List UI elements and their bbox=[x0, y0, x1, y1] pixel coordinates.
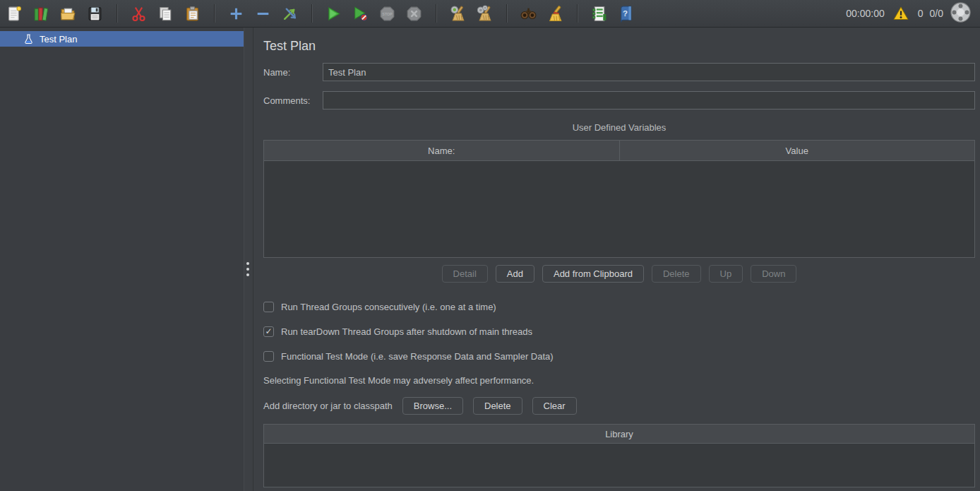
toolbar-separator bbox=[436, 4, 436, 23]
tree-item-test-plan[interactable]: Test Plan bbox=[0, 31, 244, 47]
browse-button[interactable]: Browse... bbox=[402, 397, 463, 415]
run-teardown-thread-groups-checkbox[interactable] bbox=[263, 326, 274, 337]
tree-item-label: Test Plan bbox=[40, 34, 77, 45]
save-icon[interactable] bbox=[85, 4, 105, 24]
start-icon[interactable] bbox=[323, 4, 344, 24]
udv-column-name[interactable]: Name: bbox=[264, 141, 619, 160]
run-thread-groups-consecutively-checkbox[interactable] bbox=[263, 302, 274, 312]
copy-icon[interactable] bbox=[155, 4, 176, 24]
search-icon[interactable] bbox=[518, 4, 539, 24]
functional-mode-note: Selecting Functional Test Mode may adver… bbox=[263, 375, 975, 386]
user-defined-variables-table: Name: Value bbox=[263, 140, 975, 258]
cut-icon[interactable] bbox=[129, 4, 149, 24]
new-file-icon[interactable] bbox=[4, 4, 25, 24]
name-input[interactable] bbox=[323, 63, 975, 81]
toolbar-separator bbox=[214, 4, 215, 23]
toggle-icon[interactable] bbox=[280, 4, 300, 24]
templates-icon[interactable] bbox=[31, 4, 52, 24]
expand-all-icon[interactable] bbox=[226, 4, 246, 24]
function-helper-icon[interactable] bbox=[589, 4, 609, 24]
warning-indicator-icon[interactable] bbox=[891, 4, 912, 24]
stop-icon[interactable]: STOP bbox=[377, 4, 398, 24]
user-defined-variables-title: User Defined Variables bbox=[263, 122, 975, 133]
checkbox-label: Run tearDown Thread Groups after shutdow… bbox=[281, 326, 532, 337]
shutdown-icon[interactable] bbox=[404, 4, 424, 24]
toolbar-separator bbox=[116, 4, 117, 23]
udv-column-value[interactable]: Value bbox=[619, 141, 975, 160]
udv-table-header: Name: Value bbox=[264, 141, 974, 161]
paste-icon[interactable] bbox=[182, 4, 203, 24]
clear-all-icon[interactable] bbox=[474, 4, 495, 24]
check-row: Run tearDown Thread Groups after shutdow… bbox=[263, 326, 975, 337]
jmeter-window: STOP? 00:00:00 0 0/0 Test Plan Test Plan… bbox=[0, 0, 980, 491]
open-file-icon[interactable] bbox=[58, 4, 78, 24]
help-icon[interactable]: ? bbox=[616, 4, 636, 24]
delete-button[interactable]: Delete bbox=[652, 265, 701, 283]
classpath-row: Add directory or jar to classpath Browse… bbox=[263, 397, 975, 415]
down-button[interactable]: Down bbox=[751, 265, 796, 283]
toolbar-icons: STOP? bbox=[4, 4, 636, 24]
add-from-clipboard-button[interactable]: Add from Clipboard bbox=[542, 265, 644, 283]
name-label: Name: bbox=[263, 67, 323, 78]
comments-input[interactable] bbox=[323, 91, 975, 110]
svg-text:?: ? bbox=[623, 9, 628, 18]
classpath-label: Add directory or jar to classpath bbox=[263, 401, 393, 411]
warning-count: 0 bbox=[918, 8, 924, 19]
functional-test-mode-checkbox[interactable] bbox=[263, 351, 274, 362]
toolbar-separator bbox=[311, 4, 312, 23]
library-table-body bbox=[264, 444, 974, 487]
content-area: Test Plan Test Plan Name: Comments: User… bbox=[0, 28, 980, 491]
comments-field-row: Comments: bbox=[263, 91, 975, 110]
run-options: Run Thread Groups consecutively (i.e. on… bbox=[263, 301, 975, 362]
udv-button-row: Detail Add Add from Clipboard Delete Up … bbox=[263, 265, 975, 283]
library-column-header[interactable]: Library bbox=[264, 425, 974, 444]
elapsed-timer: 00:00:00 bbox=[846, 8, 885, 19]
testplan-editor: Test Plan Name: Comments: User Defined V… bbox=[253, 28, 980, 491]
add-button[interactable]: Add bbox=[496, 265, 534, 283]
udv-table-body bbox=[264, 161, 974, 257]
testplan-flask-icon bbox=[23, 34, 34, 45]
toolbar: STOP? 00:00:00 0 0/0 bbox=[0, 0, 980, 28]
search-reset-icon[interactable] bbox=[545, 4, 566, 24]
name-field-row: Name: bbox=[263, 63, 975, 81]
classpath-delete-button[interactable]: Delete bbox=[473, 397, 522, 415]
check-row: Functional Test Mode (i.e. save Response… bbox=[263, 350, 975, 362]
splitter-grip-icon[interactable] bbox=[246, 262, 249, 276]
clear-icon[interactable] bbox=[448, 4, 468, 24]
toolbar-status-area: 00:00:00 0 0/0 bbox=[846, 1, 972, 25]
panel-splitter[interactable] bbox=[244, 28, 253, 491]
library-table: Library bbox=[263, 424, 975, 487]
toolbar-separator bbox=[506, 4, 507, 23]
active-total-threads: 0/0 bbox=[930, 8, 943, 19]
tree-panel: Test Plan bbox=[0, 28, 244, 491]
toolbar-separator bbox=[577, 4, 578, 23]
up-button[interactable]: Up bbox=[709, 265, 743, 283]
detail-button[interactable]: Detail bbox=[442, 265, 488, 283]
run-status-wheel-icon bbox=[950, 1, 972, 25]
collapse-all-icon[interactable] bbox=[253, 4, 273, 24]
checkbox-label: Functional Test Mode (i.e. save Response… bbox=[281, 351, 554, 362]
start-no-pauses-icon[interactable] bbox=[350, 4, 371, 24]
classpath-clear-button[interactable]: Clear bbox=[532, 397, 577, 415]
checkbox-label: Run Thread Groups consecutively (i.e. on… bbox=[281, 302, 496, 312]
comments-label: Comments: bbox=[263, 95, 323, 106]
check-row: Run Thread Groups consecutively (i.e. on… bbox=[263, 301, 975, 312]
svg-text:STOP: STOP bbox=[382, 11, 393, 16]
page-title: Test Plan bbox=[263, 39, 975, 54]
